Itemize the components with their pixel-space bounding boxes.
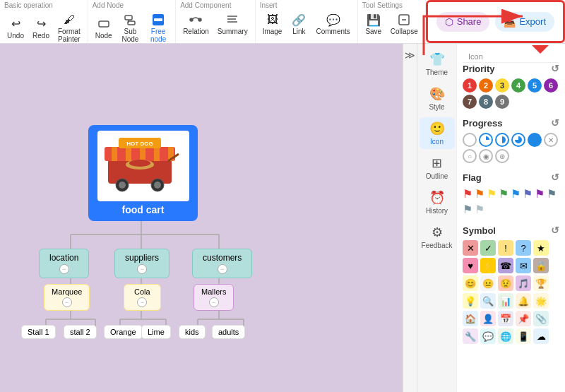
priority-8[interactable]: 8 <box>479 95 493 109</box>
sub-node-button[interactable]: Sub Node <box>118 11 143 44</box>
flag-orange[interactable]: ⚑ <box>475 187 484 201</box>
progress-reset-icon[interactable]: ↺ <box>551 117 559 129</box>
export-button[interactable]: 📤 Export <box>495 12 554 32</box>
sym-phone2[interactable]: 📱 <box>516 328 531 344</box>
sym-person[interactable]: 👤 <box>480 311 496 326</box>
priority-reset-icon[interactable]: ↺ <box>551 63 559 74</box>
sym-happy[interactable]: 😊 <box>463 275 478 291</box>
sym-chart[interactable]: 📊 <box>498 293 513 309</box>
prog-5[interactable]: ✕ <box>544 133 558 147</box>
sym-exclaim[interactable]: ! <box>498 240 513 256</box>
outline-sidebar-btn[interactable]: ⊞ Outline <box>420 152 455 184</box>
feedback-sidebar-btn[interactable]: ⚙ Feedback <box>420 221 455 253</box>
sym-cross[interactable]: ✕ <box>463 240 478 256</box>
prog-1[interactable] <box>479 133 493 147</box>
sym-neutral[interactable]: 😐 <box>480 275 496 291</box>
image-button[interactable]: 🖼 Image <box>260 11 285 37</box>
sym-mail[interactable]: ✉ <box>516 258 531 273</box>
priority-6[interactable]: 6 <box>544 78 558 93</box>
sym-star[interactable]: ★ <box>533 240 549 256</box>
flag-purple[interactable]: ⚑ <box>535 187 545 201</box>
format-painter-button[interactable]: 🖌 Format Painter <box>55 11 83 44</box>
priority-2[interactable]: 2 <box>479 78 493 93</box>
prog-4[interactable] <box>528 133 542 147</box>
node-orange[interactable]: Orange <box>104 325 143 339</box>
prog-0[interactable] <box>463 133 477 147</box>
sym-glowstar[interactable]: 🌟 <box>533 293 549 309</box>
collapse-suppliers[interactable]: − <box>137 264 147 274</box>
symbol-reset-icon[interactable]: ↺ <box>551 225 559 236</box>
sym-lightning[interactable]: ⚡ <box>480 258 496 273</box>
sym-sad[interactable]: 😟 <box>498 275 513 291</box>
sym-globe[interactable]: 🌐 <box>498 328 513 344</box>
node-lime[interactable]: Lime <box>141 325 171 339</box>
flag-reset-icon[interactable]: ↺ <box>551 172 559 183</box>
link-button[interactable]: 🔗 Link <box>287 11 310 37</box>
sym-wrench[interactable]: 🔧 <box>463 328 478 344</box>
prog-3[interactable] <box>511 133 525 147</box>
flag-blue[interactable]: ⚑ <box>511 187 521 201</box>
canvas[interactable]: HOT DOG food cart location − <box>0 44 403 392</box>
node-kids[interactable]: kids <box>179 325 206 339</box>
sym-bell[interactable]: 🔔 <box>516 293 531 309</box>
node-button[interactable]: Node <box>93 15 115 41</box>
collapse-marquee[interactable]: − <box>62 297 72 307</box>
share-button[interactable]: ⬡ Share <box>436 12 490 32</box>
prog-2[interactable] <box>495 133 509 147</box>
prog-6[interactable]: ○ <box>463 149 477 163</box>
priority-4[interactable]: 4 <box>511 78 525 93</box>
flag-green[interactable]: ⚑ <box>499 187 509 201</box>
history-sidebar-btn[interactable]: ⏰ History <box>420 186 455 218</box>
priority-3[interactable]: 3 <box>495 78 509 93</box>
priority-9[interactable]: 9 <box>495 95 509 109</box>
flag-red[interactable]: ⚑ <box>463 187 472 201</box>
sym-calendar[interactable]: 📅 <box>498 311 513 326</box>
style-sidebar-btn[interactable]: 🎨 Style <box>420 83 455 114</box>
prog-7[interactable]: ◉ <box>479 149 493 163</box>
root-node[interactable]: HOT DOG food cart <box>88 125 198 221</box>
node-customers[interactable]: customers − <box>192 249 252 278</box>
sym-chat[interactable]: 💬 <box>480 328 496 344</box>
priority-7[interactable]: 7 <box>463 95 477 109</box>
sym-lock[interactable]: 🔒 <box>533 258 549 273</box>
undo-button[interactable]: ↩ Undo <box>4 15 27 41</box>
sym-search[interactable]: 🔍 <box>480 293 496 309</box>
icon-sidebar-btn[interactable]: 🙂 Icon <box>420 117 455 149</box>
sym-trophy[interactable]: 🏆 <box>533 275 549 291</box>
summary-button[interactable]: Summary <box>215 11 251 37</box>
sym-phone[interactable]: ☎ <box>498 258 513 273</box>
save-button[interactable]: 💾 Save <box>362 11 385 37</box>
node-location[interactable]: location − <box>39 249 89 278</box>
node-stall1[interactable]: Stall 1 <box>21 325 56 339</box>
flag-grey[interactable]: ⚑ <box>463 203 472 216</box>
comments-button[interactable]: 💬 Comments <box>313 11 352 37</box>
node-stall2[interactable]: stall 2 <box>64 325 97 339</box>
redo-button[interactable]: ↪ Redo <box>30 15 52 41</box>
node-marquee[interactable]: Marquee − <box>44 284 90 311</box>
sym-pin[interactable]: 📌 <box>516 311 531 326</box>
node-cola[interactable]: Cola − <box>124 284 161 311</box>
priority-1[interactable]: 1 <box>463 78 477 93</box>
flag-lightgrey[interactable]: ⚑ <box>475 203 484 216</box>
sym-music[interactable]: 🎵 <box>516 275 531 291</box>
sym-bulb[interactable]: 💡 <box>463 293 478 309</box>
collapse-button[interactable]: Collapse <box>388 11 421 37</box>
collapse-mallers[interactable]: − <box>209 297 219 307</box>
flag-yellow[interactable]: ⚑ <box>487 187 496 201</box>
prog-8[interactable]: ⊛ <box>495 149 509 163</box>
free-node-button[interactable]: Free node <box>145 11 171 44</box>
collapse-cola[interactable]: − <box>137 297 147 307</box>
sym-check[interactable]: ✓ <box>480 240 496 256</box>
sym-heart[interactable]: ♥ <box>463 258 478 273</box>
sym-question[interactable]: ? <box>516 240 531 256</box>
node-adults[interactable]: adults <box>212 325 245 339</box>
sym-cloud[interactable]: ☁ <box>533 328 549 344</box>
flag-indigo[interactable]: ⚑ <box>523 187 533 201</box>
flag-bluegrey[interactable]: ⚑ <box>547 187 557 201</box>
sym-paperclip[interactable]: 📎 <box>533 311 549 326</box>
collapse-customers[interactable]: − <box>218 264 227 274</box>
relation-button[interactable]: Relation <box>180 11 212 37</box>
collapse-location[interactable]: − <box>59 264 69 274</box>
theme-sidebar-btn[interactable]: 👕 Theme <box>420 48 455 80</box>
node-suppliers[interactable]: suppliers − <box>114 249 170 278</box>
